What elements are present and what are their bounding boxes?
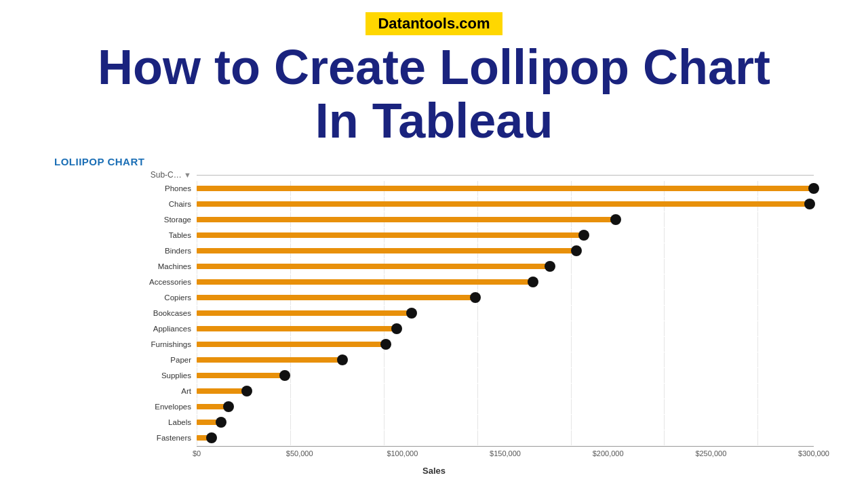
x-axis-title: Sales [54,466,814,476]
lollipop-dot [216,417,226,428]
title-line2: In Tableau [315,94,553,148]
bar-line [197,232,584,238]
lollipop-dot [578,230,589,241]
bar-area [197,368,814,383]
x-tick-label: $150,000 [490,449,521,458]
lollipop-dot [279,370,290,381]
bar-line [197,201,810,207]
lollipop-row: Chairs [54,197,814,211]
row-label: Paper [54,356,197,364]
x-tick-label: $100,000 [387,449,418,458]
bar-line [197,342,386,347]
bar-line [197,279,533,285]
lollipop-dot [206,432,217,443]
lollipop-row: Supplies [54,368,814,383]
page-header: Datantools.com How to Create Lollipop Ch… [0,0,868,148]
lollipop-row: Machines [54,259,814,274]
row-label: Storage [54,216,197,224]
row-label: Accessories [54,278,197,286]
filter-row: Sub-C… ▼ [54,170,814,180]
lollipop-row: Storage [54,212,814,227]
bar-area [197,197,814,211]
bar-area [197,399,814,414]
x-tick-label: $300,000 [798,449,829,458]
row-label: Fasteners [54,434,197,442]
bar-area [197,181,814,196]
bar-line [197,388,247,394]
x-tick-label: $250,000 [695,449,726,458]
row-label: Bookcases [54,309,197,317]
lollipop-dot [337,354,348,365]
lollipop-row: Labels [54,415,814,430]
lollipop-row: Accessories [54,274,814,289]
filter-icon[interactable]: ▼ [184,171,191,179]
site-badge: Datantools.com [366,12,502,35]
x-tick-label: $50,000 [286,449,313,458]
row-label: Tables [54,231,197,239]
bar-area [197,306,814,321]
lollipop-dot [808,183,819,194]
bar-line [197,186,814,191]
x-tick-label: $200,000 [593,449,624,458]
row-label: Envelopes [54,403,197,411]
row-label: Supplies [54,371,197,380]
lollipop-dot [804,199,815,209]
bar-area [197,259,814,274]
row-label: Chairs [54,200,197,208]
bar-area [197,415,814,430]
lollipop-dot [380,339,391,350]
lollipop-dot [241,386,252,396]
bar-line [197,326,397,331]
bar-area [197,212,814,227]
row-label: Furnishings [54,340,197,348]
bar-line [197,357,342,363]
chart-container: LOLIIPOP CHART Sub-C… ▼ PhonesChairsStor… [54,156,814,476]
bar-area [197,352,814,367]
bar-area [197,321,814,336]
bar-line [197,295,475,300]
row-label: Labels [54,418,197,426]
row-label: Phones [54,184,197,192]
row-label: Copiers [54,293,197,302]
lollipop-row: Paper [54,352,814,367]
bar-line [197,373,285,378]
lollipop-row: Furnishings [54,337,814,352]
lollipop-row: Copiers [54,290,814,305]
bar-area [197,274,814,289]
lollipop-dot [470,292,481,303]
x-axis-labels: $0$50,000$100,000$150,000$200,000$250,00… [197,449,814,463]
lollipop-dot [223,401,234,412]
bar-line [197,310,412,316]
bar-area [197,384,814,399]
bar-area [197,243,814,258]
lollipop-dot [391,323,402,334]
filter-label: Sub-C… ▼ [54,170,197,180]
bar-area [197,290,814,305]
x-axis: $0$50,000$100,000$150,000$200,000$250,00… [54,449,814,463]
lollipop-row: Phones [54,181,814,196]
bar-line [197,264,550,269]
row-label: Binders [54,247,197,255]
lollipop-chart: PhonesChairsStorageTablesBindersMachines… [54,181,814,446]
row-label: Machines [54,262,197,270]
lollipop-row: Fasteners [54,430,814,445]
lollipop-dot [571,245,582,256]
chart-title: LOLIIPOP CHART [54,156,814,167]
bar-line [197,217,616,222]
x-tick-label: $0 [193,449,201,458]
lollipop-dot [610,214,621,225]
bar-line [197,248,576,253]
bar-area [197,337,814,352]
lollipop-row: Art [54,384,814,399]
row-label: Art [54,387,197,395]
main-title: How to Create Lollipop Chart In Tableau [0,41,868,148]
row-label: Appliances [54,325,197,333]
lollipop-row: Bookcases [54,306,814,321]
bar-area [197,228,814,243]
lollipop-row: Appliances [54,321,814,336]
lollipop-row: Tables [54,228,814,243]
axis-line [54,446,814,447]
lollipop-dot [406,308,417,319]
lollipop-row: Binders [54,243,814,258]
lollipop-dot [545,261,555,272]
